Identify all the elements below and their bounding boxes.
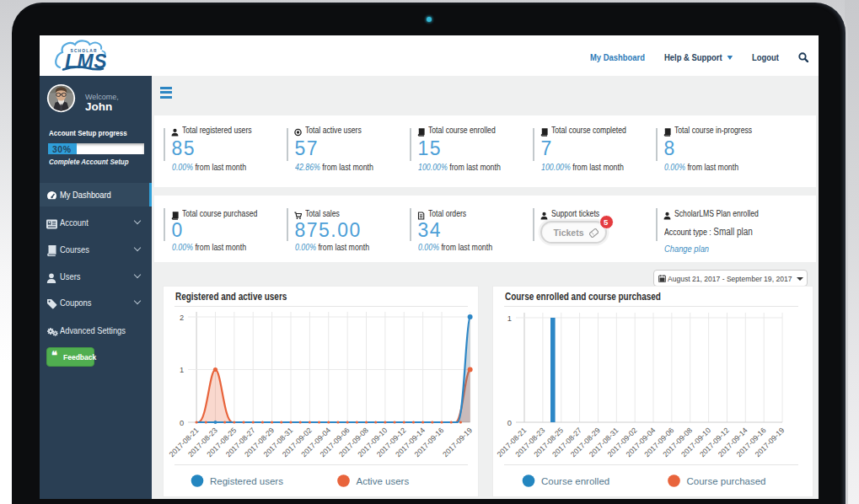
svg-text:Course enrolled: Course enrolled: [541, 476, 609, 486]
svg-text:1: 1: [507, 314, 512, 323]
svg-text:0: 0: [180, 419, 184, 427]
svg-text:Active users: Active users: [357, 476, 410, 486]
svg-text:1: 1: [180, 366, 184, 374]
svg-text:Course purchased: Course purchased: [687, 476, 766, 486]
svg-text:Registered users: Registered users: [210, 476, 283, 486]
svg-text:2017-09-19: 2017-09-19: [441, 426, 474, 458]
svg-text:2: 2: [180, 314, 184, 322]
svg-text:0: 0: [507, 419, 512, 427]
